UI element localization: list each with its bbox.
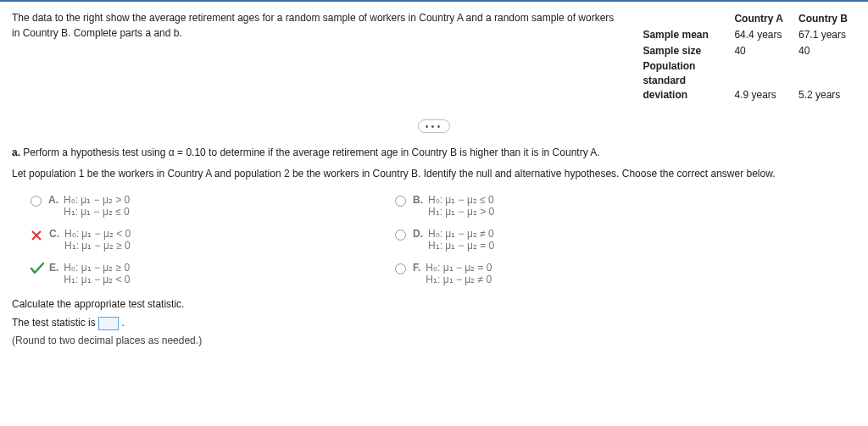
row-label: Sample mean (636, 28, 726, 42)
option-letter: B. (413, 194, 423, 206)
option-body: H₀: μ₁ − μ₂ ≠ 0 H₁: μ₁ − μ₂ = 0 (428, 228, 494, 252)
h0: H₀: μ₁ − μ₂ < 0 (64, 228, 131, 240)
option-letter: E. (49, 262, 58, 274)
option-a[interactable]: A. H₀: μ₁ − μ₂ > 0 H₁: μ₁ − μ₂ ≤ 0 (31, 194, 361, 218)
part-a-intro: a. Perform a hypothesis test using α = 0… (12, 145, 856, 161)
options-grid: A. H₀: μ₁ − μ₂ > 0 H₁: μ₁ − μ₂ ≤ 0 B. H₀… (31, 194, 726, 285)
calc-section: Calculate the appropriate test statistic… (12, 296, 856, 351)
option-body: H₀: μ₁ − μ₂ > 0 H₁: μ₁ − μ₂ ≤ 0 (64, 194, 130, 218)
h0: H₀: μ₁ − μ₂ > 0 (64, 194, 130, 206)
option-body: H₀: μ₁ − μ₂ < 0 H₁: μ₁ − μ₂ ≥ 0 (64, 228, 131, 252)
option-f[interactable]: F. H₀: μ₁ − μ₂ = 0 H₁: μ₁ − μ₂ ≠ 0 (395, 262, 726, 285)
radio-icon (31, 196, 42, 207)
radio-icon (395, 263, 406, 274)
option-body: H₀: μ₁ − μ₂ ≤ 0 H₁: μ₁ − μ₂ > 0 (428, 194, 494, 218)
h0: H₀: μ₁ − μ₂ ≠ 0 (428, 228, 494, 240)
cell-a: 4.9 years (727, 59, 790, 102)
option-letter: D. (413, 228, 423, 240)
row-label: Population standard deviation (636, 59, 726, 102)
row-label: Sample size (636, 44, 726, 58)
radio-icon (395, 196, 406, 207)
test-statistic-line: The test statistic is . (12, 314, 856, 333)
cell-a: 64.4 years (727, 28, 790, 42)
cell-b: 40 (792, 44, 854, 58)
test-statistic-input[interactable] (98, 317, 119, 330)
rounding-note: (Round to two decimal places as needed.) (12, 332, 856, 351)
option-d[interactable]: D. H₀: μ₁ − μ₂ ≠ 0 H₁: μ₁ − μ₂ = 0 (395, 228, 726, 252)
data-table: Country A Country B Sample mean 64.4 yea… (634, 10, 856, 104)
prompt-text: The data to the right show the average r… (12, 10, 634, 41)
stat-suffix: . (121, 317, 124, 329)
h1: H₁: μ₁ − μ₂ ≤ 0 (64, 206, 130, 218)
part-a-text: Perform a hypothesis test using α = 0.10… (23, 147, 599, 158)
h1: H₁: μ₁ − μ₂ > 0 (428, 206, 494, 218)
h1: H₁: μ₁ − μ₂ ≥ 0 (64, 240, 131, 252)
option-letter: A. (48, 194, 58, 206)
h1: H₁: μ₁ − μ₂ ≠ 0 (426, 274, 492, 285)
correct-icon (31, 263, 44, 274)
h1: H₁: μ₁ − μ₂ < 0 (64, 274, 130, 285)
option-b[interactable]: B. H₀: μ₁ − μ₂ ≤ 0 H₁: μ₁ − μ₂ > 0 (395, 194, 726, 218)
ellipsis-icon: ••• (418, 119, 451, 133)
calc-heading: Calculate the appropriate test statistic… (12, 296, 856, 314)
part-a-sub: Let population 1 be the workers in Count… (12, 166, 856, 182)
question-container: The data to the right show the average r… (0, 0, 868, 368)
cell-b: 67.1 years (792, 28, 854, 42)
h0: H₀: μ₁ − μ₂ = 0 (426, 262, 492, 274)
option-e[interactable]: E. H₀: μ₁ − μ₂ ≥ 0 H₁: μ₁ − μ₂ < 0 (31, 262, 361, 285)
h0: H₀: μ₁ − μ₂ ≥ 0 (64, 262, 130, 274)
h1: H₁: μ₁ − μ₂ = 0 (428, 240, 494, 252)
top-row: The data to the right show the average r… (12, 10, 856, 104)
stat-prefix: The test statistic is (12, 317, 98, 329)
col-header-a: Country A (727, 12, 790, 26)
option-letter: C. (49, 228, 59, 240)
option-c[interactable]: C. H₀: μ₁ − μ₂ < 0 H₁: μ₁ − μ₂ ≥ 0 (31, 228, 361, 252)
radio-icon (395, 230, 406, 241)
option-body: H₀: μ₁ − μ₂ = 0 H₁: μ₁ − μ₂ ≠ 0 (426, 262, 492, 285)
expand-dots[interactable]: ••• (12, 119, 856, 133)
option-body: H₀: μ₁ − μ₂ ≥ 0 H₁: μ₁ − μ₂ < 0 (64, 262, 130, 285)
part-a-label: a. (12, 147, 20, 158)
h0: H₀: μ₁ − μ₂ ≤ 0 (428, 194, 494, 206)
option-letter: F. (413, 262, 420, 274)
cell-a: 40 (727, 44, 790, 58)
col-header-b: Country B (792, 12, 854, 26)
wrong-icon (31, 230, 42, 241)
cell-b: 5.2 years (792, 59, 854, 102)
